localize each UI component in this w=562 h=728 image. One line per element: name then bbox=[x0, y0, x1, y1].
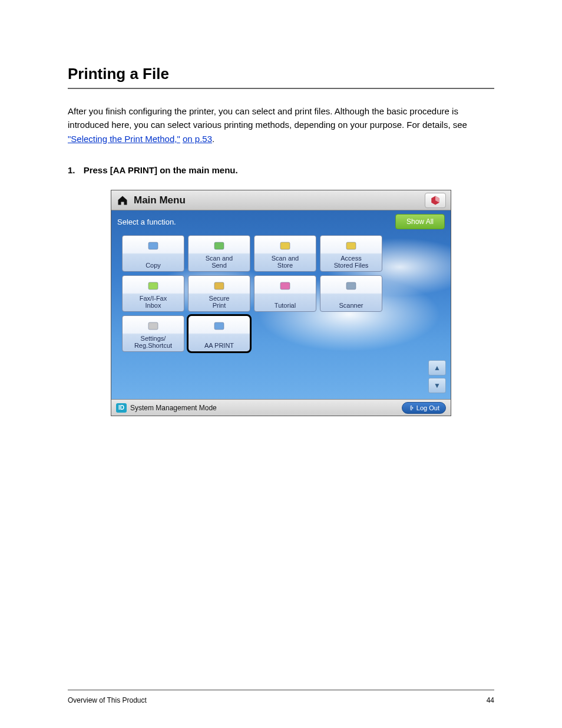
function-secure-print-button[interactable]: Secure Print bbox=[188, 275, 250, 312]
svg-rect-1 bbox=[214, 242, 224, 249]
printer-panel-illustration: Main Menu Select a function. Show All Co… bbox=[111, 190, 451, 416]
function-access-stored-files-button[interactable]: Access Stored Files bbox=[320, 235, 382, 272]
titlebar: Main Menu bbox=[111, 190, 451, 210]
function-label: Secure Print bbox=[209, 295, 230, 309]
svg-rect-4 bbox=[148, 282, 158, 289]
footer-left: Overview of This Product bbox=[68, 696, 147, 704]
page-down-button[interactable]: ▼ bbox=[428, 378, 446, 393]
scan-and-store-icon bbox=[276, 238, 294, 253]
function-label: Copy bbox=[146, 262, 161, 269]
show-all-button[interactable]: Show All bbox=[395, 214, 445, 229]
footer-page: 44 bbox=[487, 696, 494, 704]
function-label: Tutorial bbox=[275, 302, 296, 309]
scan-and-send-icon bbox=[210, 238, 228, 253]
logout-label: Log Out bbox=[416, 404, 439, 411]
paginator: ▲ ▼ bbox=[428, 360, 446, 393]
function-label: Scan and Send bbox=[206, 255, 233, 269]
home-icon bbox=[116, 195, 129, 206]
function-copy-button[interactable]: Copy bbox=[122, 235, 184, 272]
step-number: 1. bbox=[68, 165, 75, 175]
access-stored-files-icon bbox=[342, 238, 360, 253]
function-scanner-button[interactable]: Scanner bbox=[320, 275, 382, 312]
svg-rect-5 bbox=[214, 282, 224, 289]
status-mode: System Management Mode bbox=[130, 404, 402, 412]
secure-print-icon bbox=[210, 278, 228, 294]
step-text: Press [AA PRINT] on the main menu. bbox=[84, 165, 238, 175]
logout-button[interactable]: Log Out bbox=[402, 402, 446, 414]
function-scan-and-send-button[interactable]: Scan and Send bbox=[188, 235, 250, 272]
intro-prefix: After you finish configuring the printer… bbox=[68, 106, 467, 130]
id-badge: ID bbox=[116, 403, 127, 413]
step-line: 1. Press [AA PRINT] on the main menu. bbox=[68, 163, 494, 177]
main-area: Select a function. Show All CopyScan and… bbox=[111, 210, 451, 399]
function-label: Settings/ Reg.Shortcut bbox=[134, 335, 172, 349]
divider bbox=[68, 88, 494, 89]
svg-rect-9 bbox=[214, 322, 224, 330]
function-tutorial-button[interactable]: Tutorial bbox=[254, 275, 316, 312]
section-title: Printing a File bbox=[68, 65, 494, 83]
tutorial-icon bbox=[276, 278, 294, 294]
copy-icon bbox=[144, 238, 162, 253]
function-grid: CopyScan and SendScan and StoreAccess St… bbox=[111, 235, 451, 352]
svg-rect-6 bbox=[280, 282, 290, 289]
svg-rect-8 bbox=[148, 322, 158, 330]
function-label: Scan and Store bbox=[272, 255, 299, 269]
statusbar: ID System Management Mode Log Out bbox=[111, 399, 451, 416]
function-label: Access Stored Files bbox=[334, 255, 369, 269]
svg-rect-3 bbox=[346, 242, 356, 249]
settings-reg-shortcut-icon bbox=[144, 318, 162, 334]
scanner-icon bbox=[342, 278, 360, 294]
titlebar-title: Main Menu bbox=[134, 195, 425, 206]
function-scan-and-store-button[interactable]: Scan and Store bbox=[254, 235, 316, 272]
aa-print-icon bbox=[210, 318, 228, 334]
function-label: Scanner bbox=[339, 302, 363, 309]
fax-ifax-inbox-icon bbox=[144, 278, 162, 294]
function-label: Fax/I-Fax Inbox bbox=[140, 295, 167, 309]
footer-divider bbox=[68, 690, 494, 690]
svg-rect-7 bbox=[346, 282, 356, 289]
toolbox-button[interactable] bbox=[425, 193, 446, 208]
intro-paragraph: After you finish configuring the printer… bbox=[68, 104, 494, 146]
function-fax-ifax-inbox-button[interactable]: Fax/I-Fax Inbox bbox=[122, 275, 184, 312]
function-aa-print-button[interactable]: AA PRINT bbox=[188, 315, 250, 352]
page-up-button[interactable]: ▲ bbox=[428, 360, 446, 375]
function-settings-reg-shortcut-button[interactable]: Settings/ Reg.Shortcut bbox=[122, 315, 184, 352]
function-label: AA PRINT bbox=[204, 342, 234, 349]
prompt-text: Select a function. bbox=[117, 218, 395, 226]
svg-rect-2 bbox=[280, 242, 290, 249]
intro-link[interactable]: "Selecting the Print Method," bbox=[68, 134, 180, 144]
svg-rect-0 bbox=[148, 242, 158, 249]
intro-suffix: . bbox=[212, 134, 214, 144]
intro-link-suffix[interactable]: on p.53 bbox=[183, 134, 212, 144]
